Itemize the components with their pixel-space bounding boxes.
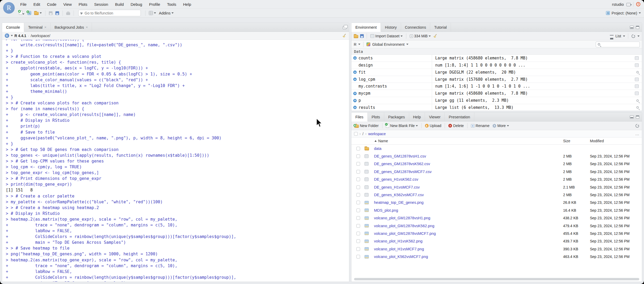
menu-session[interactable]: Session (91, 1, 111, 7)
environment-object-row[interactable]: designnum [1:8, 1:4] 1 1 0 0 0 0 0 0 0 0… (351, 62, 642, 69)
clear-objects-icon[interactable] (433, 34, 437, 38)
environment-search-box[interactable] (596, 42, 640, 47)
tab-terminal[interactable]: Terminal× (24, 23, 50, 32)
save-button[interactable] (48, 11, 53, 16)
upload-button[interactable]: Upload (424, 123, 442, 128)
tab-environment[interactable]: Environment (351, 23, 381, 32)
tab-history[interactable]: History (381, 23, 401, 32)
working-directory[interactable]: /workspace/ (31, 34, 50, 38)
file-row-volcano-plot-gm12878vsh1-png[interactable]: volcano_plot_GM12878vsH1.png438.2 KBSep … (351, 214, 642, 222)
file-checkbox[interactable] (356, 255, 360, 258)
new-file-button[interactable] (18, 10, 25, 16)
maximize-pane-icon[interactable] (343, 26, 346, 29)
file-name-link[interactable]: volcano_plot_H1vsMCF7.png (374, 247, 424, 251)
grid-view-icon[interactable] (635, 63, 639, 67)
file-row-heatmap-top-de-genes-png[interactable]: heatmap_top_DE_genes.png26.8 KBSep 23, 2… (351, 199, 642, 206)
file-name-link[interactable]: DE_genes_K562vsMCF7.csv (374, 193, 424, 197)
environment-selector[interactable]: Global Environment (372, 42, 404, 47)
save-all-button[interactable] (55, 11, 60, 16)
goto-file-function-box[interactable] (78, 10, 141, 16)
quit-session-icon[interactable] (636, 2, 640, 6)
open-file-button[interactable] (34, 11, 42, 16)
environment-object-row[interactable]: countsLarge matrix (458680 elements, 7.8… (351, 55, 642, 62)
grid-view-icon[interactable] (635, 56, 639, 60)
file-checkbox[interactable] (356, 170, 360, 174)
close-icon[interactable]: × (44, 25, 46, 29)
environment-object-row[interactable]: my.contrastsnum [1:4, 1:6] 1 -1 0 0 1 0 … (351, 83, 642, 90)
file-name-link[interactable]: DE_genes_H1vsMCF7.csv (374, 185, 420, 189)
column-size[interactable]: Size (563, 139, 570, 143)
file-name-link[interactable]: volcano_plot_GM12878vsK562.png (374, 224, 434, 228)
file-row-volcano-plot-k562vsmcf7-png[interactable]: volcano_plot_K562vsMCF7.png463.4 KBSep 2… (351, 253, 642, 260)
file-checkbox[interactable] (356, 185, 360, 189)
column-name[interactable]: Name (375, 139, 388, 143)
horizontal-scrollbar[interactable] (354, 278, 639, 280)
file-checkbox[interactable] (356, 209, 360, 212)
column-modified[interactable]: Modified (590, 139, 604, 143)
menu-build[interactable]: Build (112, 1, 127, 7)
menu-help[interactable]: Help (180, 1, 194, 7)
new-folder-button[interactable]: New Folder (354, 123, 379, 128)
environment-object-row[interactable]: log_cpmLarge matrix (157680 elements, 2.… (351, 76, 642, 83)
file-row-de-genes-gm12878vsk562-csv[interactable]: DE_genes_GM12878vsK562.csv2 MBSep 23, 20… (351, 160, 642, 168)
file-checkbox[interactable] (356, 224, 360, 228)
maximize-pane-icon[interactable] (636, 26, 639, 29)
r-session-icon[interactable]: R (5, 33, 9, 38)
file-name-link[interactable]: heatmap_top_DE_genes.png (374, 200, 424, 205)
tab-help[interactable]: Help (409, 113, 425, 121)
file-row-de-genes-h1vsk562-csv[interactable]: DE_genes_H1vsK562.csv2 MBSep 23, 2024, 1… (351, 176, 642, 183)
file-row-volcano-plot-h1vsmcf7-png[interactable]: volcano_plot_H1vsMCF7.png390.3 KBSep 23,… (351, 245, 642, 253)
file-row-de-genes-h1vsmcf7-csv[interactable]: DE_genes_H1vsMCF7.csv2.1 MBSep 23, 2024,… (351, 183, 642, 191)
grid-view-icon[interactable] (635, 78, 639, 81)
select-all-checkbox[interactable] (354, 132, 358, 136)
minimize-pane-icon[interactable] (630, 115, 634, 119)
rename-button[interactable]: aRename (470, 123, 490, 128)
tab-packages[interactable]: Packages (384, 113, 409, 121)
expand-icon[interactable] (353, 56, 357, 60)
tab-connections[interactable]: Connections (401, 23, 430, 32)
expand-icon[interactable] (353, 92, 357, 95)
expand-icon[interactable] (353, 78, 357, 81)
file-row-volcano-plot-gm12878vsk562-png[interactable]: volcano_plot_GM12878vsK562.png479.4 KBSe… (351, 222, 642, 230)
menu-edit[interactable]: Edit (30, 1, 43, 7)
menu-code[interactable]: Code (44, 1, 59, 7)
file-name-link[interactable]: volcano_plot_H1vsK562.png (374, 239, 423, 243)
file-name-link[interactable]: DE_genes_H1vsK562.csv (374, 177, 418, 181)
load-workspace-icon[interactable] (354, 35, 358, 38)
expand-icon[interactable] (353, 70, 357, 74)
file-row-de-genes-k562vsmcf7-csv[interactable]: DE_genes_K562vsMCF7.csv2 MBSep 23, 2024,… (351, 191, 642, 199)
new-blank-file-button[interactable]: New Blank File (385, 123, 418, 128)
inspect-icon[interactable] (636, 71, 639, 73)
file-name-link[interactable]: volcano_plot_K562vsMCF7.png (374, 255, 428, 259)
tab-presentation[interactable]: Presentation (445, 113, 474, 121)
file-row-volcano-plot-gm12878vsmcf7-png[interactable]: volcano_plot_GM12878vsMCF7.png455.4 KBSe… (351, 230, 642, 237)
expand-icon[interactable] (353, 106, 357, 109)
file-name-link[interactable]: DE_genes_GM12878vsK562.csv (374, 162, 430, 166)
menu-debug[interactable]: Debug (128, 1, 145, 7)
file-row-de-genes-gm12878vsh1-csv[interactable]: DE_genes_GM12878vsH1.csv2 MBSep 23, 2024… (351, 152, 642, 160)
menu-plots[interactable]: Plots (76, 1, 90, 7)
grid-view-icon[interactable] (635, 84, 639, 88)
console-output-area[interactable]: > for (name in names(results)) {+ write.… (2, 40, 349, 282)
refresh-icon[interactable] (635, 124, 640, 128)
file-checkbox[interactable] (356, 239, 360, 243)
file-checkbox[interactable] (356, 232, 360, 235)
file-checkbox[interactable] (356, 216, 360, 220)
workspace-panes-button[interactable] (148, 11, 157, 16)
maximize-pane-icon[interactable] (636, 115, 639, 119)
file-checkbox[interactable] (356, 147, 360, 150)
inspect-icon[interactable] (636, 106, 639, 109)
print-button[interactable] (66, 11, 71, 16)
file-checkbox[interactable] (356, 154, 360, 158)
environment-object-row[interactable]: pLarge gg (11 elements, 2.3 MB) (351, 97, 642, 104)
new-project-button[interactable]: R (27, 11, 32, 16)
r-session-caret[interactable] (11, 35, 13, 36)
file-name-link[interactable]: DE_genes_GM12878vsH1.csv (374, 154, 426, 158)
environment-object-row[interactable]: resultsLarge list (6 elements, 13.3 MB) (351, 104, 642, 111)
directory-ellipsis-button[interactable]: ... (635, 132, 639, 136)
file-checkbox[interactable] (356, 193, 360, 197)
environment-object-row[interactable]: fitLarge DGEGLM (22 elements, 20 MB) (351, 69, 642, 76)
tab-viewer[interactable]: Viewer (425, 113, 445, 121)
save-workspace-icon[interactable] (360, 34, 364, 38)
project-selector[interactable]: R Project: (None) (606, 11, 641, 15)
